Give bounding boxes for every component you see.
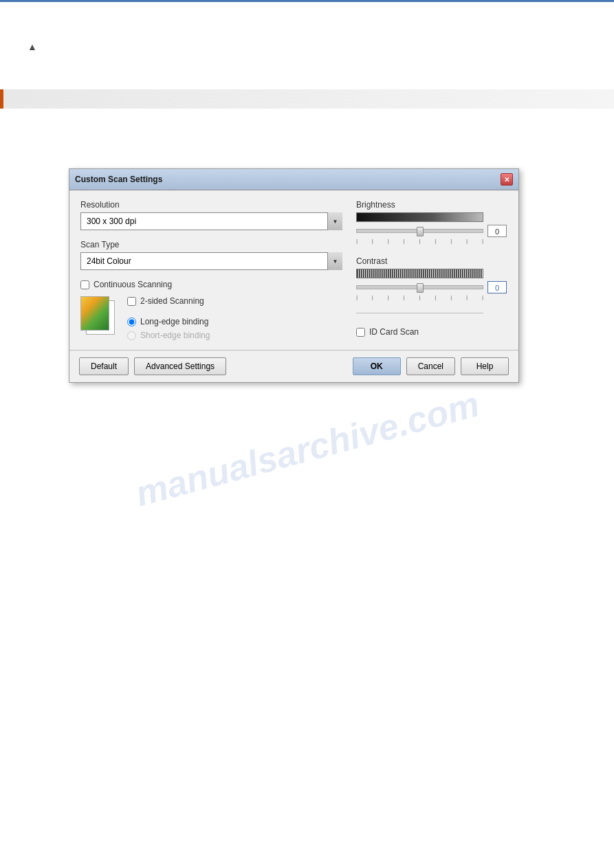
thumb-front [80,296,109,331]
long-edge-label: Long-edge binding [140,317,208,326]
default-button[interactable]: Default [79,357,129,375]
brightness-value: 0 [487,225,507,237]
continuous-scanning-checkbox[interactable] [80,280,89,289]
brightness-slider-row: 0 [356,225,507,237]
section-header [0,89,614,109]
resolution-label: Resolution [80,200,342,210]
scan-options: 2-sided Scanning Long-edge binding Short… [127,296,210,340]
brightness-track-container [356,212,507,222]
ok-button[interactable]: OK [353,357,401,375]
contrast-group: Contrast 0 | | | | | | [356,256,507,300]
brightness-dark-bar [356,212,483,222]
short-edge-radio[interactable] [127,331,136,340]
close-button[interactable]: ✕ [501,173,513,186]
dialog-footer: Default Advanced Settings OK Cancel Help [69,350,518,382]
footer-left: Default Advanced Settings [79,357,226,375]
watermark: manualsarchive.com [131,383,483,514]
cancel-button[interactable]: Cancel [406,357,455,375]
brightness-group: Brightness 0 | | | | | | [356,200,507,244]
long-edge-row: Long-edge binding [127,317,210,326]
continuous-scanning-row: Continuous Scanning [80,280,342,289]
advanced-settings-button[interactable]: Advanced Settings [134,357,226,375]
id-card-checkbox[interactable] [356,328,365,337]
id-card-label: ID Card Scan [369,327,419,337]
contrast-value: 0 [487,281,507,293]
two-sided-label: 2-sided Scanning [140,296,204,306]
footer-right: OK Cancel Help [353,357,509,375]
continuous-scanning-label: Continuous Scanning [94,280,172,289]
two-sided-row: 2-sided Scanning [127,296,210,306]
thumb-image [81,297,109,330]
brightness-label: Brightness [356,200,507,210]
contrast-track-container [356,269,507,278]
contrast-ticks: | | | | | | | | | [356,294,483,300]
two-sided-checkbox[interactable] [127,297,136,306]
custom-scan-dialog: Custom Scan Settings ✕ Resolution 300 x … [69,168,519,383]
top-border [0,0,614,2]
right-divider [356,313,483,313]
right-panel: Brightness 0 | | | | | | [356,200,507,340]
short-edge-row: Short-edge binding [127,331,210,340]
dialog-title: Custom Scan Settings [75,175,162,184]
short-edge-label: Short-edge binding [140,331,210,340]
dialog-titlebar: Custom Scan Settings ✕ [69,169,518,190]
scan-preview-area: 2-sided Scanning Long-edge binding Short… [80,296,342,340]
left-panel: Resolution 300 x 300 dpi 200 x 200 dpi 6… [80,200,342,340]
long-edge-radio[interactable] [127,318,136,326]
dialog-body: Resolution 300 x 300 dpi 200 x 200 dpi 6… [69,190,518,350]
resolution-dropdown-wrapper: 300 x 300 dpi 200 x 200 dpi 600 x 600 dp… [80,212,342,230]
scan-type-dropdown[interactable]: 24bit Colour Greyscale Black & White [80,252,342,270]
scan-type-label: Scan Type [80,240,342,249]
contrast-dark-bar [356,269,483,278]
contrast-slider-row: 0 [356,281,507,293]
contrast-label: Contrast [356,256,507,266]
scan-thumbnail [80,296,120,336]
scan-type-group: Scan Type 24bit Colour Greyscale Black &… [80,240,342,270]
brightness-ticks: | | | | | | | | | [356,238,483,244]
help-button[interactable]: Help [461,357,509,375]
nav-arrow[interactable]: ▲ [28,41,37,52]
scan-type-dropdown-wrapper: 24bit Colour Greyscale Black & White ▼ [80,252,342,270]
resolution-group: Resolution 300 x 300 dpi 200 x 200 dpi 6… [80,200,342,230]
id-card-row: ID Card Scan [356,327,507,337]
resolution-dropdown[interactable]: 300 x 300 dpi 200 x 200 dpi 600 x 600 dp… [80,212,342,230]
